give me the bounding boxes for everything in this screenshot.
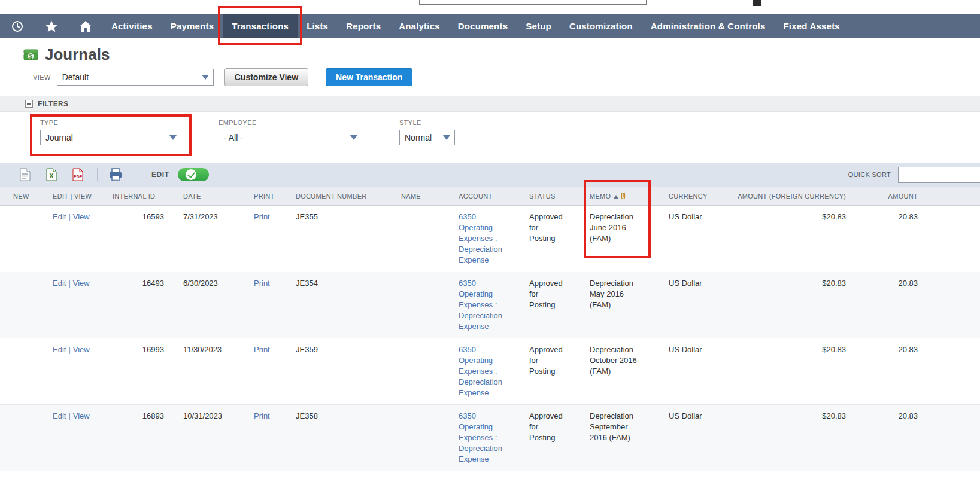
col-header-edit-view[interactable]: EDIT | VIEW — [48, 187, 108, 206]
col-label: STATUS — [529, 193, 556, 200]
col-header-currency[interactable]: CURRENCY — [664, 187, 727, 206]
filter-type: TYPE Journal — [40, 119, 181, 145]
nav-item-setup[interactable]: Setup — [517, 14, 560, 38]
collapse-filters-icon[interactable] — [25, 100, 33, 108]
print-link[interactable]: Print — [254, 212, 270, 221]
cell-print: Print — [239, 272, 281, 338]
print-icon-svg — [108, 168, 123, 181]
cell-spacer — [927, 206, 980, 272]
account-link[interactable]: 6350 Operating Expenses : Depreciation E… — [459, 212, 510, 266]
star-icon[interactable] — [34, 14, 68, 38]
nav-item-payments[interactable]: Payments — [162, 14, 223, 38]
partial-input-box[interactable] — [419, 0, 647, 5]
star-icon-svg — [44, 19, 59, 33]
table-header-row: NEW EDIT | VIEW INTERNAL ID DATE PRINT D… — [0, 187, 980, 206]
svg-text:PDF: PDF — [74, 175, 83, 179]
cell-currency: US Dollar — [664, 272, 727, 338]
nav-item-transactions[interactable]: Transactions — [223, 14, 298, 38]
view-label: VIEW — [33, 74, 51, 81]
chevron-down-icon — [202, 75, 209, 80]
cell-account: 6350 Operating Expenses : Depreciation E… — [454, 272, 524, 338]
export-csv-icon[interactable] — [18, 167, 32, 182]
nav-item-administration-controls[interactable]: Administration & Controls — [642, 14, 775, 38]
cell-date: 6/30/2023 — [174, 272, 239, 338]
status-text: Approved for Posting — [529, 212, 566, 244]
cell-account: 6350 Operating Expenses : Depreciation E… — [454, 405, 524, 471]
print-link[interactable]: Print — [254, 279, 270, 288]
cell-document-number: JE359 — [281, 338, 396, 405]
cell-amount-foreign: $20.83 — [727, 206, 855, 272]
cell-internal-id: 16993 — [108, 338, 174, 405]
account-link[interactable]: 6350 Operating Expenses : Depreciation E… — [459, 344, 510, 398]
history-icon[interactable] — [0, 14, 34, 38]
col-header-name[interactable]: NAME — [396, 187, 454, 206]
nav-item-customization[interactable]: Customization — [560, 14, 642, 38]
view-select[interactable]: Default — [57, 69, 214, 86]
table-row: Edit|View 16593 7/31/2023 Print JE355 63… — [0, 206, 980, 272]
edit-link[interactable]: Edit — [53, 345, 66, 354]
export-excel-icon[interactable]: X — [44, 167, 59, 182]
customize-view-button[interactable]: Customize View — [224, 68, 308, 86]
view-link[interactable]: View — [73, 411, 90, 420]
cell-date: 10/31/2023 — [174, 405, 239, 471]
link-separator: | — [68, 279, 70, 288]
account-link[interactable]: 6350 Operating Expenses : Depreciation E… — [459, 278, 510, 332]
print-icon[interactable] — [108, 167, 123, 182]
col-label: NAME — [401, 193, 421, 200]
nav-item-reports[interactable]: Reports — [337, 14, 390, 38]
nav-item-activities[interactable]: Activities — [102, 14, 162, 38]
cell-document-number: JE355 — [281, 206, 396, 272]
col-header-print[interactable]: PRINT — [239, 187, 281, 206]
cell-amount: 20.83 — [855, 405, 927, 471]
cell-currency: US Dollar — [664, 206, 727, 272]
home-icon[interactable] — [68, 14, 102, 38]
edit-link[interactable]: Edit — [53, 212, 66, 221]
print-link[interactable]: Print — [254, 345, 270, 354]
cell-new — [0, 338, 48, 405]
excel-icon-svg: X — [46, 168, 57, 181]
divider — [317, 69, 317, 85]
inline-edit-toggle[interactable] — [178, 168, 209, 181]
view-link[interactable]: View — [73, 345, 90, 354]
col-label: INTERNAL ID — [113, 193, 155, 200]
cell-currency: US Dollar — [664, 338, 727, 405]
filter-style-value: Normal — [405, 133, 432, 142]
cell-status: Approved for Posting — [524, 405, 585, 471]
filter-employee-select[interactable]: - All - — [219, 130, 362, 145]
nav-item-documents[interactable]: Documents — [449, 14, 517, 38]
cell-document-number: JE358 — [281, 405, 396, 471]
col-header-new[interactable]: NEW — [0, 187, 48, 206]
print-link[interactable]: Print — [254, 411, 270, 420]
cell-status: Approved for Posting — [524, 272, 585, 338]
memo-text: Depreciation May 2016 (FAM) — [590, 278, 638, 310]
filter-style-select[interactable]: Normal — [399, 130, 455, 145]
col-header-document-number[interactable]: DOCUMENT NUMBER — [281, 187, 396, 206]
col-header-memo[interactable]: MEMO — [585, 187, 664, 206]
cell-status: Approved for Posting — [524, 338, 585, 405]
col-header-internal-id[interactable]: INTERNAL ID — [108, 187, 174, 206]
cell-currency: US Dollar — [664, 405, 727, 471]
nav-item-lists[interactable]: Lists — [298, 14, 337, 38]
filter-employee: EMPLOYEE - All - — [219, 119, 362, 145]
col-header-status[interactable]: STATUS — [524, 187, 585, 206]
export-pdf-icon[interactable]: PDF — [71, 167, 85, 182]
account-link[interactable]: 6350 Operating Expenses : Depreciation E… — [459, 411, 510, 465]
cell-date: 7/31/2023 — [174, 206, 239, 272]
cell-document-number: JE354 — [281, 272, 396, 338]
nav-item-analytics[interactable]: Analytics — [390, 14, 449, 38]
col-header-amount-foreign[interactable]: AMOUNT (FOREIGN CURRENCY) — [727, 187, 855, 206]
col-header-date[interactable]: DATE — [174, 187, 239, 206]
view-link[interactable]: View — [73, 212, 90, 221]
view-link[interactable]: View — [73, 279, 90, 288]
quick-sort-select[interactable] — [898, 167, 980, 183]
col-header-amount[interactable]: AMOUNT — [855, 187, 927, 206]
new-transaction-button[interactable]: New Transaction — [326, 68, 412, 86]
table-row: Edit|View 16993 11/30/2023 Print JE359 6… — [0, 338, 980, 405]
col-header-account[interactable]: ACCOUNT — [454, 187, 524, 206]
edit-link[interactable]: Edit — [53, 279, 66, 288]
nav-item-fixed-assets[interactable]: Fixed Assets — [774, 14, 848, 38]
cell-new — [0, 405, 48, 471]
view-select-value: Default — [62, 72, 89, 82]
edit-link[interactable]: Edit — [53, 411, 66, 420]
filter-type-select[interactable]: Journal — [40, 130, 181, 145]
